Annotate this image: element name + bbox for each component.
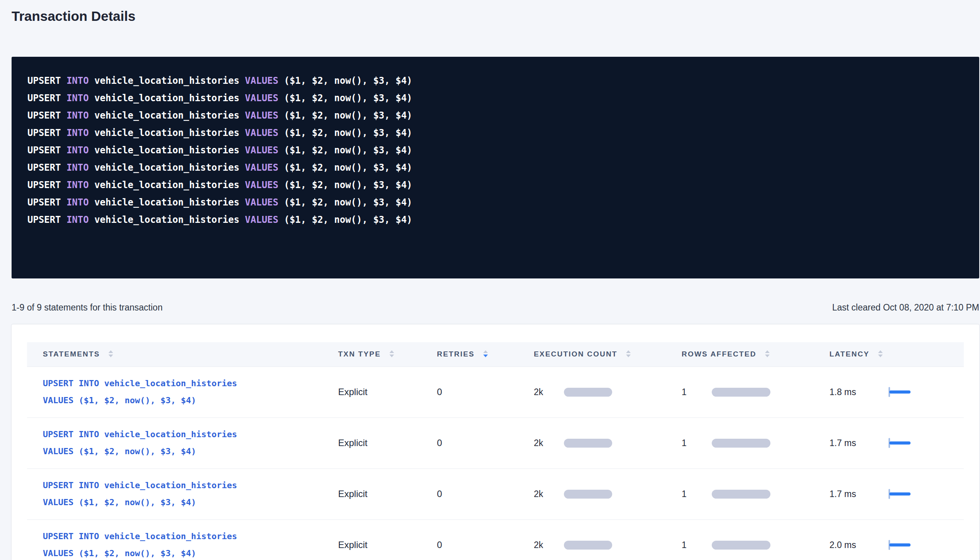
sql-statement-line: UPSERT INTO vehicle_location_histories V… — [27, 159, 963, 176]
sql-keyword-into: INTO — [66, 145, 89, 156]
execution-count-cell: 2k — [524, 367, 672, 417]
column-header-statements[interactable]: Statements — [27, 342, 328, 367]
sql-keyword-values: VALUES — [245, 110, 279, 121]
column-header-latency[interactable]: Latency — [819, 342, 964, 367]
statement-link[interactable]: UPSERT INTO vehicle_location_histories V… — [43, 426, 328, 460]
execution-count-bar — [564, 490, 612, 499]
sql-table-name: vehicle_location_histories — [94, 162, 239, 173]
sort-icon — [108, 350, 113, 357]
latency-cell: 1.8 ms — [819, 367, 964, 417]
txn-type-cell: Explicit — [328, 417, 427, 468]
rows-affected-cell: 1 — [672, 367, 819, 417]
execution-count-bar — [564, 439, 612, 448]
statement-row: UPSERT INTO vehicle_location_histories V… — [27, 468, 964, 519]
rows-affected-bar — [712, 439, 770, 448]
sql-keyword-into: INTO — [66, 197, 89, 208]
sql-table-name: vehicle_location_histories — [94, 75, 239, 86]
sql-keyword-upsert: UPSERT — [27, 127, 61, 138]
statements-table-card: Statements Txn Type Retries Execution Co… — [12, 324, 979, 560]
sql-keyword-into: INTO — [66, 93, 89, 104]
latency-cell: 1.7 ms — [819, 417, 964, 468]
sql-statement-line: UPSERT INTO vehicle_location_histories V… — [27, 176, 963, 194]
sql-table-name: vehicle_location_histories — [94, 180, 239, 190]
statements-range-text: 1-9 of 9 statements for this transaction — [12, 302, 162, 313]
column-header-execution-count[interactable]: Execution Count — [524, 342, 672, 367]
summary-row: 1-9 of 9 statements for this transaction… — [12, 302, 979, 313]
transaction-details-page: Transaction Details UPSERT INTO vehicle_… — [0, 8, 980, 560]
sql-params: ($1, $2, now(), $3, $4) — [284, 93, 412, 104]
sql-keyword-upsert: UPSERT — [27, 214, 61, 225]
statements-table: Statements Txn Type Retries Execution Co… — [27, 342, 964, 560]
last-cleared-text: Last cleared Oct 08, 2020 at 7:10 PM — [832, 302, 979, 313]
column-header-retries[interactable]: Retries — [427, 342, 524, 367]
sql-statement-line: UPSERT INTO vehicle_location_histories V… — [27, 124, 963, 142]
retries-cell: 0 — [427, 468, 524, 519]
latency-cell: 1.7 ms — [819, 468, 964, 519]
sql-params: ($1, $2, now(), $3, $4) — [284, 180, 412, 190]
execution-count-bar — [564, 388, 612, 397]
column-header-rows-affected[interactable]: Rows Affected — [672, 342, 819, 367]
sql-params: ($1, $2, now(), $3, $4) — [284, 75, 412, 86]
sql-keyword-values: VALUES — [245, 214, 279, 225]
rows-affected-cell: 1 — [672, 417, 819, 468]
sort-icon — [626, 350, 631, 357]
execution-count-cell: 2k — [524, 519, 672, 560]
sql-params: ($1, $2, now(), $3, $4) — [284, 145, 412, 156]
rows-affected-bar — [712, 541, 770, 550]
sql-keyword-upsert: UPSERT — [27, 75, 61, 86]
table-header-row: Statements Txn Type Retries Execution Co… — [27, 342, 964, 367]
retries-cell: 0 — [427, 367, 524, 417]
sql-keyword-values: VALUES — [245, 197, 279, 208]
rows-affected-bar — [712, 388, 770, 397]
sql-keyword-upsert: UPSERT — [27, 197, 61, 208]
sql-keyword-upsert: UPSERT — [27, 145, 61, 156]
statement-link[interactable]: UPSERT INTO vehicle_location_histories V… — [43, 477, 328, 511]
sql-params: ($1, $2, now(), $3, $4) — [284, 214, 412, 225]
sql-keyword-into: INTO — [66, 180, 89, 190]
sql-keyword-into: INTO — [66, 214, 89, 225]
sql-keyword-into: INTO — [66, 127, 89, 138]
sql-keyword-values: VALUES — [245, 127, 279, 138]
txn-type-cell: Explicit — [328, 519, 427, 560]
sql-table-name: vehicle_location_histories — [94, 110, 239, 121]
sql-keyword-values: VALUES — [245, 180, 279, 190]
page-title: Transaction Details — [12, 8, 980, 25]
sql-keyword-into: INTO — [66, 75, 89, 86]
execution-count-bar — [564, 541, 612, 550]
sql-keyword-values: VALUES — [245, 75, 279, 86]
sort-icon — [765, 350, 770, 357]
statement-link[interactable]: UPSERT INTO vehicle_location_histories V… — [43, 375, 328, 409]
sql-keyword-upsert: UPSERT — [27, 162, 61, 173]
sql-params: ($1, $2, now(), $3, $4) — [284, 127, 412, 138]
sql-keyword-values: VALUES — [245, 145, 279, 156]
sql-table-name: vehicle_location_histories — [94, 93, 239, 104]
sql-statement-line: UPSERT INTO vehicle_location_histories V… — [27, 142, 963, 159]
latency-bar-chart-icon — [889, 489, 911, 499]
sql-statement-line: UPSERT INTO vehicle_location_histories V… — [27, 194, 963, 211]
txn-type-cell: Explicit — [328, 468, 427, 519]
column-header-txn-type[interactable]: Txn Type — [328, 342, 427, 367]
sql-params: ($1, $2, now(), $3, $4) — [284, 162, 412, 173]
sql-statement-line: UPSERT INTO vehicle_location_histories V… — [27, 107, 963, 124]
sql-table-name: vehicle_location_histories — [94, 145, 239, 156]
sql-keyword-values: VALUES — [245, 93, 279, 104]
sql-keyword-upsert: UPSERT — [27, 93, 61, 104]
sql-keyword-into: INTO — [66, 162, 89, 173]
sql-table-name: vehicle_location_histories — [94, 127, 239, 138]
sql-statement-line: UPSERT INTO vehicle_location_histories V… — [27, 211, 963, 229]
statement-row: UPSERT INTO vehicle_location_histories V… — [27, 367, 964, 417]
statement-row: UPSERT INTO vehicle_location_histories V… — [27, 417, 964, 468]
sql-statement-line: UPSERT INTO vehicle_location_histories V… — [27, 90, 963, 107]
sort-icon — [483, 350, 488, 357]
rows-affected-cell: 1 — [672, 468, 819, 519]
latency-bar-chart-icon — [889, 438, 911, 448]
sql-keyword-upsert: UPSERT — [27, 110, 61, 121]
sql-statement-line: UPSERT INTO vehicle_location_histories V… — [27, 72, 963, 90]
sort-icon — [389, 350, 394, 357]
sql-params: ($1, $2, now(), $3, $4) — [284, 110, 412, 121]
statement-link[interactable]: UPSERT INTO vehicle_location_histories V… — [43, 528, 328, 560]
execution-count-cell: 2k — [524, 468, 672, 519]
latency-cell: 2.0 ms — [819, 519, 964, 560]
transaction-sql-box: UPSERT INTO vehicle_location_histories V… — [12, 57, 979, 278]
sql-keyword-upsert: UPSERT — [27, 180, 61, 190]
